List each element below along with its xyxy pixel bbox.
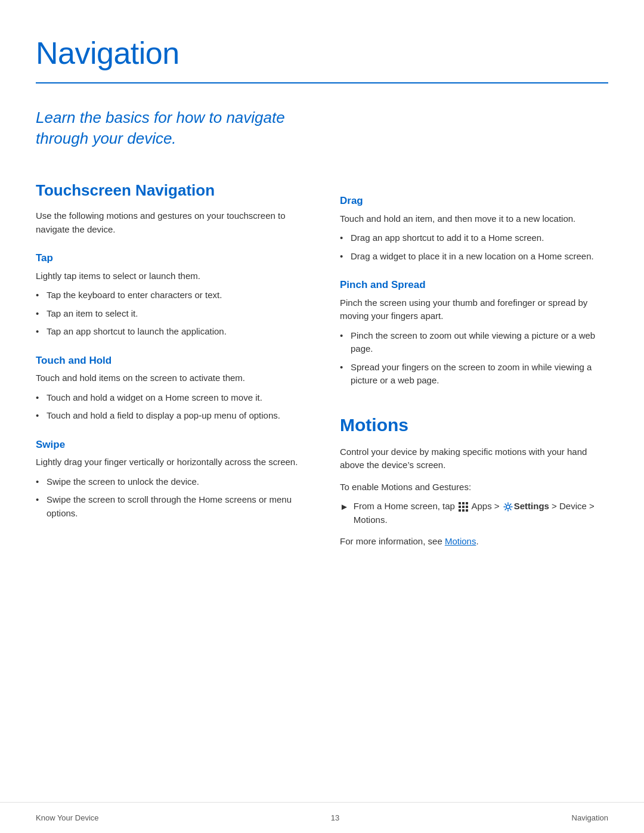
motions-more-text: For more information, see xyxy=(340,536,442,546)
pinch-spread-bullet-1: Pinch the screen to zoom out while viewi… xyxy=(340,329,608,356)
drag-desc: Touch and hold an item, and then move it… xyxy=(340,212,608,226)
left-column: Touchscreen Navigation Use the following… xyxy=(36,179,304,557)
touchscreen-section-title: Touchscreen Navigation xyxy=(36,179,304,202)
footer-right-text: Navigation xyxy=(572,812,608,824)
drag-bullets: Drag an app shortcut to add it to a Home… xyxy=(340,231,608,263)
svg-point-0 xyxy=(506,505,510,509)
tap-desc: Lightly tap items to select or launch th… xyxy=(36,270,304,283)
apps-icon xyxy=(459,502,468,512)
motions-step-prefix: From a Home screen, tap xyxy=(354,501,455,511)
arrow-right-icon: ► xyxy=(340,500,349,514)
swipe-bullet-1: Swipe the screen to unlock the device. xyxy=(36,475,304,489)
swipe-title: Swipe xyxy=(36,437,304,453)
touch-hold-bullet-2: Touch and hold a field to display a pop-… xyxy=(36,409,304,423)
page-footer: Know Your Device 13 Navigation xyxy=(0,802,644,834)
pinch-spread-desc: Pinch the screen using your thumb and fo… xyxy=(340,296,608,323)
motions-step-text: From a Home screen, tap Apps > xyxy=(354,500,608,527)
pinch-spread-title: Pinch and Spread xyxy=(340,277,608,293)
drag-bullet-1: Drag an app shortcut to add it to a Home… xyxy=(340,231,608,245)
tap-bullet-3: Tap an app shortcut to launch the applic… xyxy=(36,325,304,339)
pinch-spread-bullet-2: Spread your fingers on the screen to zoo… xyxy=(340,361,608,388)
settings-icon xyxy=(503,501,513,512)
tap-bullets: Tap the keyboard to enter characters or … xyxy=(36,289,304,339)
apps-label: Apps > xyxy=(469,501,502,511)
swipe-desc: Lightly drag your finger vertically or h… xyxy=(36,456,304,469)
motions-link[interactable]: Motions xyxy=(445,536,476,546)
drag-title: Drag xyxy=(340,193,608,209)
motions-desc: Control your device by making specific m… xyxy=(340,445,608,472)
swipe-bullets: Swipe the screen to unlock the device. S… xyxy=(36,475,304,521)
motions-title: Motions xyxy=(340,411,608,438)
touch-hold-desc: Touch and hold items on the screen to ac… xyxy=(36,371,304,385)
two-column-layout: Touchscreen Navigation Use the following… xyxy=(36,179,608,557)
title-divider xyxy=(36,82,608,83)
pinch-spread-bullets: Pinch the screen to zoom out while viewi… xyxy=(340,329,608,388)
motions-step: ► From a Home screen, tap Apps > xyxy=(340,500,608,527)
motions-section: Motions Control your device by making sp… xyxy=(340,411,608,549)
touch-hold-bullet-1: Touch and hold a widget on a Home screen… xyxy=(36,391,304,405)
footer-page-number: 13 xyxy=(331,812,339,824)
tap-bullet-2: Tap an item to select it. xyxy=(36,307,304,321)
touch-hold-title: Touch and Hold xyxy=(36,353,304,368)
footer-left-text: Know Your Device xyxy=(36,812,99,824)
motions-more-info: For more information, see Motions. xyxy=(340,535,608,549)
drag-bullet-2: Drag a widget to place it in a new locat… xyxy=(340,250,608,264)
touch-hold-bullets: Touch and hold a widget on a Home screen… xyxy=(36,391,304,423)
touchscreen-section-desc: Use the following motions and gestures o… xyxy=(36,209,304,236)
intro-text: Learn the basics for how to navigate thr… xyxy=(36,107,310,149)
swipe-bullet-2: Swipe the screen to scroll through the H… xyxy=(36,493,304,520)
tap-bullet-1: Tap the keyboard to enter characters or … xyxy=(36,289,304,302)
right-column: Drag Touch and hold an item, and then mo… xyxy=(340,179,608,557)
motions-enable-label: To enable Motions and Gestures: xyxy=(340,481,608,494)
tap-title: Tap xyxy=(36,250,304,266)
page-title: Navigation xyxy=(36,30,608,76)
